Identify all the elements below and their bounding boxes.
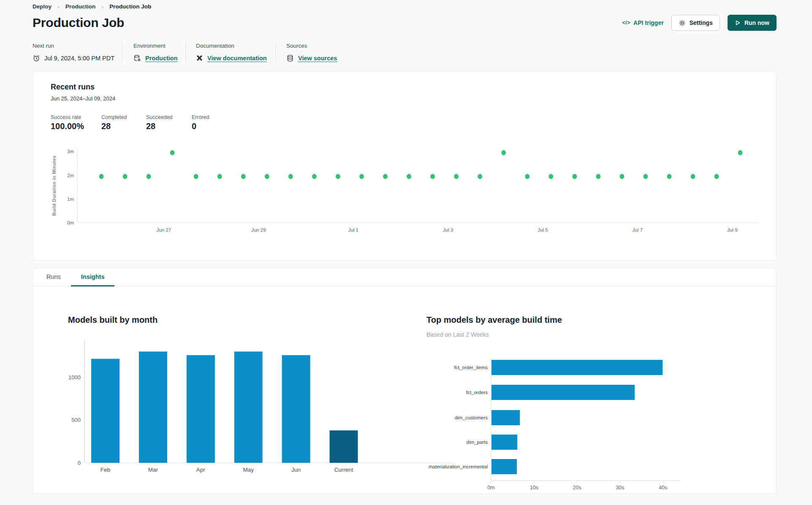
stat-errored: Errored 0 — [192, 114, 209, 131]
svg-text:materialization_incremental: materialization_incremental — [429, 464, 488, 469]
tab-bar: Runs Insights — [33, 268, 776, 286]
svg-text:1000: 1000 — [68, 374, 81, 381]
svg-text:Jun 29: Jun 29 — [251, 227, 266, 232]
svg-text:40s: 40s — [659, 485, 667, 491]
svg-text:Jun: Jun — [291, 467, 301, 473]
svg-text:30s: 30s — [616, 485, 624, 491]
top-models-chart-subtitle: Based on Last 2 Weeks — [426, 331, 489, 338]
svg-text:Jul 3: Jul 3 — [443, 227, 453, 232]
view-sources-link[interactable]: View sources — [298, 55, 337, 62]
svg-text:Jul 1: Jul 1 — [348, 227, 358, 232]
svg-text:Feb: Feb — [100, 467, 110, 473]
svg-text:0m: 0m — [67, 220, 74, 225]
job-meta-row: Next run Jul 9, 2024, 5:00 PM PDT Enviro… — [33, 42, 777, 63]
recent-runs-card: Recent runs Jun 25, 2024–Jul 09, 2024 Su… — [33, 71, 777, 261]
breadcrumb-production[interactable]: Production — [65, 3, 95, 10]
page-header: Production Job </> API trigger Settings — [33, 15, 777, 31]
insights-panel: Models built by month 05001000FebMarAprM… — [33, 286, 776, 494]
breadcrumb-deploy[interactable]: Deploy — [33, 3, 52, 10]
svg-text:dim_customers: dim_customers — [455, 415, 488, 420]
svg-text:Mar: Mar — [148, 467, 158, 473]
stat-completed: Completed 28 — [101, 114, 146, 131]
environment-block: Environment Producti — [122, 42, 185, 63]
svg-text:2m: 2m — [67, 173, 74, 178]
svg-text:Apr: Apr — [196, 467, 206, 473]
database-icon — [286, 54, 294, 62]
chevron-right-icon: › — [57, 3, 60, 10]
sources-block: Sources View sources — [275, 42, 337, 63]
svg-text:dim_parts: dim_parts — [467, 440, 488, 445]
sources-label: Sources — [286, 43, 337, 49]
top-models-chart-title: Top models by average build time — [426, 315, 562, 325]
run-now-button[interactable]: Run now — [728, 15, 777, 31]
settings-label: Settings — [690, 19, 713, 26]
recent-runs-date-range: Jun 25, 2024–Jul 09, 2024 — [51, 95, 758, 102]
breadcrumb-production-job: Production Job — [109, 3, 151, 10]
recent-runs-stats: Success rate 100.00% Completed 28 Succee… — [51, 114, 758, 131]
svg-text:May: May — [243, 467, 254, 473]
environment-label: Environment — [133, 43, 185, 49]
api-trigger-link[interactable]: </> API trigger — [622, 19, 664, 26]
next-run-block: Next run Jul 9, 2024, 5:00 PM PDT — [33, 42, 122, 63]
chevron-right-icon: › — [101, 3, 103, 10]
api-trigger-label: API trigger — [633, 19, 664, 26]
job-detail-card: Runs Insights Models built by month 0500… — [33, 267, 777, 494]
header-actions: </> API trigger Settings Run — [622, 15, 777, 31]
svg-text:Jun 27: Jun 27 — [157, 227, 171, 232]
view-documentation-link[interactable]: View documentation — [207, 55, 267, 62]
run-now-label: Run now — [744, 19, 769, 26]
svg-text:0: 0 — [78, 460, 81, 466]
svg-text:fct_order_items: fct_order_items — [454, 365, 488, 370]
breadcrumb: Deploy › Production › Production Job — [33, 3, 777, 10]
code-icon: </> — [622, 20, 631, 26]
page: Deploy › Production › Production Job Pro… — [0, 0, 812, 494]
models-built-chart-title: Models built by month — [68, 315, 158, 325]
svg-text:Jul 9: Jul 9 — [727, 227, 737, 232]
svg-text:500: 500 — [71, 417, 81, 423]
next-run-label: Next run — [33, 43, 122, 49]
page-title: Production Job — [33, 16, 124, 30]
alarm-clock-icon — [33, 54, 40, 62]
svg-text:20s: 20s — [573, 485, 581, 491]
build-duration-scatter-chart: 0m1m2m3mBuild Duration in MinutesJun 27J… — [51, 145, 759, 235]
tab-insights[interactable]: Insights — [71, 268, 115, 286]
settings-button[interactable]: Settings — [671, 15, 720, 31]
top-models-hbar-chart: 0m10s20s30s40sfct_order_itemsfct_ordersd… — [364, 355, 710, 494]
documentation-label: Documentation — [196, 43, 275, 49]
dbt-logo-icon — [196, 54, 203, 62]
svg-text:Current: Current — [334, 467, 353, 473]
stat-succeeded: Succeeded 28 — [146, 114, 192, 131]
svg-text:0m: 0m — [487, 485, 494, 491]
stat-success-rate: Success rate 100.00% — [51, 114, 101, 131]
svg-text:1m: 1m — [67, 197, 74, 202]
next-run-value: Jul 9, 2024, 5:00 PM PDT — [44, 55, 114, 62]
play-icon — [735, 20, 741, 26]
svg-text:Build Duration in Minutes: Build Duration in Minutes — [52, 155, 57, 216]
database-gear-icon — [133, 54, 141, 62]
svg-text:Jul 7: Jul 7 — [633, 227, 643, 232]
documentation-block: Documentation View documentation — [185, 42, 275, 63]
svg-text:fct_orders: fct_orders — [466, 390, 488, 395]
svg-text:3m: 3m — [67, 149, 74, 154]
svg-text:10s: 10s — [530, 485, 538, 491]
tab-runs[interactable]: Runs — [36, 268, 71, 286]
environment-link[interactable]: Production — [145, 55, 178, 62]
recent-runs-title: Recent runs — [51, 83, 758, 92]
gear-icon — [679, 19, 686, 27]
svg-text:Jul 5: Jul 5 — [538, 227, 548, 232]
